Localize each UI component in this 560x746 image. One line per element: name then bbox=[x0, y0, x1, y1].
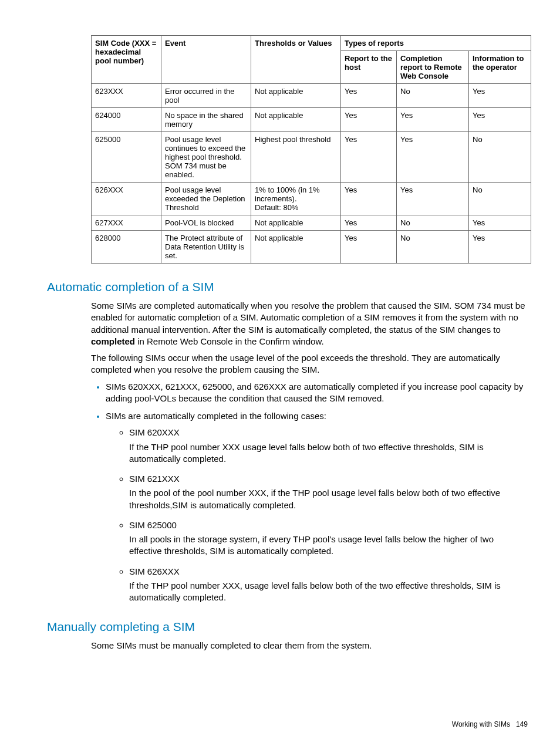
sub-body: In the pool of the pool number XXX, if t… bbox=[129, 487, 528, 511]
cell: No bbox=[397, 84, 469, 108]
page-number: 149 bbox=[516, 720, 528, 728]
sub-list: SIM 620XXX If the THP pool number XXX us… bbox=[119, 427, 528, 603]
sub-title: SIM 621XXX bbox=[129, 473, 528, 485]
sub-body: If the THP pool number XXX usage level f… bbox=[129, 441, 528, 465]
footer-text: Working with SIMs bbox=[452, 720, 510, 728]
cell: 625000 bbox=[92, 132, 161, 183]
bold-text: completed bbox=[91, 336, 135, 346]
table-row: 625000 Pool usage level continues to exc… bbox=[92, 132, 531, 183]
cell: Yes bbox=[341, 215, 397, 231]
cell: No bbox=[397, 215, 469, 231]
sub-body: If the THP pool number XXX, usage level … bbox=[129, 580, 528, 604]
cell: No space in the shared memory bbox=[161, 108, 251, 132]
heading-manual-completion: Manually completing a SIM bbox=[47, 620, 528, 634]
paragraph: Some SIMs must be manually completed to … bbox=[91, 640, 528, 652]
page-footer: Working with SIMs 149 bbox=[452, 720, 528, 728]
list-item: SIMs are automatically completed in the … bbox=[106, 410, 528, 603]
sub-body: In all pools in the storage system, if e… bbox=[129, 534, 528, 558]
heading-auto-completion: Automatic completion of a SIM bbox=[47, 280, 528, 294]
col-info-operator: Information to the operator bbox=[469, 51, 531, 84]
cell: 624000 bbox=[92, 108, 161, 132]
cell: Error occurred in the pool bbox=[161, 84, 251, 108]
cell: Yes bbox=[397, 132, 469, 183]
cell: Not applicable bbox=[251, 231, 341, 264]
cell: Not applicable bbox=[251, 84, 341, 108]
table-row: 627XXX Pool-VOL is blocked Not applicabl… bbox=[92, 215, 531, 231]
sub-title: SIM 625000 bbox=[129, 519, 528, 531]
cell: 1% to 100% (in 1% increments). Default: … bbox=[251, 183, 341, 215]
table-row: 628000 The Protect attribute of Data Ret… bbox=[92, 231, 531, 264]
sub-title: SIM 620XXX bbox=[129, 427, 528, 438]
cell: Highest pool threshold bbox=[251, 132, 341, 183]
col-sim-code: SIM Code (XXX = hexadecimal pool number) bbox=[92, 36, 161, 84]
cell: No bbox=[469, 132, 531, 183]
col-completion: Completion report to Remote Web Console bbox=[397, 51, 469, 84]
bullet-list: SIMs 620XXX, 621XXX, 625000, and 626XXX … bbox=[94, 381, 528, 604]
cell: Yes bbox=[341, 132, 397, 183]
cell: Yes bbox=[469, 84, 531, 108]
col-types: Types of reports bbox=[341, 36, 531, 51]
cell: 626XXX bbox=[92, 183, 161, 215]
cell: 628000 bbox=[92, 231, 161, 264]
col-thresholds: Thresholds or Values bbox=[251, 36, 341, 84]
cell: 623XXX bbox=[92, 84, 161, 108]
sim-table: SIM Code (XXX = hexadecimal pool number)… bbox=[91, 35, 531, 264]
cell: Not applicable bbox=[251, 215, 341, 231]
cell: Yes bbox=[341, 183, 397, 215]
cell: Pool usage level exceeded the Depletion … bbox=[161, 183, 251, 215]
cell: Pool usage level continues to exceed the… bbox=[161, 132, 251, 183]
cell: Yes bbox=[341, 108, 397, 132]
list-item: SIM 621XXX In the pool of the pool numbe… bbox=[129, 473, 528, 511]
paragraph: Some SIMs are completed automatically wh… bbox=[91, 300, 528, 347]
text: in Remote Web Console in the Confirm win… bbox=[135, 336, 324, 346]
cell: Yes bbox=[397, 183, 469, 215]
cell: Yes bbox=[397, 108, 469, 132]
list-item: SIM 620XXX If the THP pool number XXX us… bbox=[129, 427, 528, 465]
text: SIMs are automatically completed in the … bbox=[106, 411, 326, 421]
cell: The Protect attribute of Data Retention … bbox=[161, 231, 251, 264]
sub-title: SIM 626XXX bbox=[129, 566, 528, 578]
text: Some SIMs are completed automatically wh… bbox=[91, 301, 525, 335]
table-row: 626XXX Pool usage level exceeded the Dep… bbox=[92, 183, 531, 215]
cell: Yes bbox=[469, 215, 531, 231]
list-item: SIM 625000 In all pools in the storage s… bbox=[129, 519, 528, 558]
cell: Yes bbox=[341, 84, 397, 108]
page: SIM Code (XXX = hexadecimal pool number)… bbox=[0, 0, 560, 746]
col-event: Event bbox=[161, 36, 251, 84]
table-row: 624000 No space in the shared memory Not… bbox=[92, 108, 531, 132]
list-item: SIMs 620XXX, 621XXX, 625000, and 626XXX … bbox=[106, 381, 528, 405]
cell: Yes bbox=[341, 231, 397, 264]
cell: 627XXX bbox=[92, 215, 161, 231]
table-row: 623XXX Error occurred in the pool Not ap… bbox=[92, 84, 531, 108]
cell: Yes bbox=[469, 108, 531, 132]
cell: Not applicable bbox=[251, 108, 341, 132]
cell: Yes bbox=[469, 231, 531, 264]
col-report-host: Report to the host bbox=[341, 51, 397, 84]
cell: No bbox=[469, 183, 531, 215]
cell: Pool-VOL is blocked bbox=[161, 215, 251, 231]
list-item: SIM 626XXX If the THP pool number XXX, u… bbox=[129, 566, 528, 604]
cell: No bbox=[397, 231, 469, 264]
paragraph: The following SIMs occur when the usage … bbox=[91, 352, 528, 376]
